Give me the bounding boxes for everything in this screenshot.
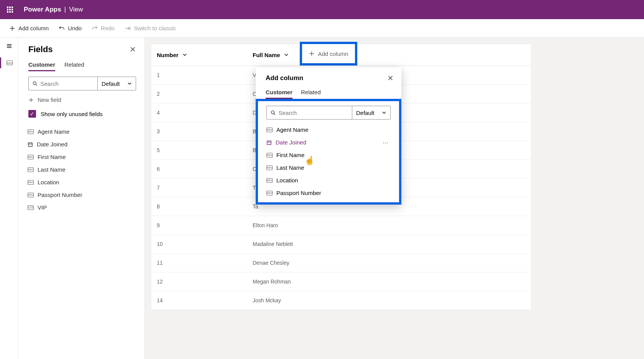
checkbox-icon[interactable]: ✓: [28, 110, 36, 118]
svg-point-0: [33, 82, 36, 85]
table-row[interactable]: 14Josh Mckay: [151, 291, 531, 310]
field-item[interactable]: AbcAgent Name: [21, 125, 141, 138]
add-column-btn-label: Add column: [318, 51, 348, 57]
text-field-icon: Abc: [28, 167, 34, 172]
hamburger-icon[interactable]: [6, 43, 12, 49]
app-divider: |: [64, 6, 66, 13]
waffle-icon[interactable]: [7, 7, 13, 13]
cell-number: 6: [151, 166, 247, 172]
field-item-label: VIP: [38, 204, 47, 211]
table-row[interactable]: 11Denae Chesley: [151, 254, 531, 272]
field-item[interactable]: AbcLast Name: [21, 163, 141, 176]
add-column-cmd[interactable]: Add column: [9, 25, 49, 31]
chevron-down-icon: [382, 110, 386, 115]
new-field-label: New field: [38, 97, 61, 103]
field-list: AbcAgent NameDate JoinedAbcFirst NameAbc…: [18, 123, 145, 216]
fields-search-row: Default: [28, 77, 136, 90]
cell-number: 1: [151, 72, 247, 78]
field-item[interactable]: Date Joined: [21, 138, 141, 151]
undo-label: Undo: [68, 25, 82, 31]
popup-field-item[interactable]: AbcPassport Number: [261, 187, 396, 199]
undo-cmd[interactable]: Undo: [59, 25, 82, 31]
close-icon[interactable]: ✕: [130, 45, 136, 54]
filter-label: Default: [102, 80, 120, 87]
chevron-down-icon: [182, 52, 187, 57]
field-item[interactable]: AbcPassport Number: [21, 189, 141, 201]
popup-search-input[interactable]: [279, 110, 348, 116]
svg-rect-3: [267, 141, 271, 144]
close-icon[interactable]: ✕: [387, 74, 394, 83]
redo-icon: [92, 25, 98, 31]
add-column-header-button[interactable]: Add column: [300, 42, 357, 66]
new-field-button[interactable]: New field: [18, 90, 145, 107]
rail-item-fields[interactable]: Abc: [0, 57, 18, 68]
table-row[interactable]: 10Madaline Neblett: [151, 235, 531, 254]
popup-filter-label: Default: [356, 110, 375, 116]
column-fullname-label: Full Name: [253, 52, 280, 58]
popup-item-label: Location: [276, 177, 298, 184]
popup-item-label: Date Joined: [276, 139, 306, 146]
field-item-label: Last Name: [38, 166, 66, 173]
popup-field-item[interactable]: AbcLast Name: [261, 161, 396, 174]
search-icon: [271, 110, 276, 115]
field-item[interactable]: AbcFirst Name: [21, 151, 141, 163]
command-bar: Add column Undo Redo Switch to classic: [0, 19, 644, 38]
show-unused-row[interactable]: ✓ Show only unused fields: [18, 107, 145, 123]
fields-search-input[interactable]: [40, 80, 94, 87]
tab-customer[interactable]: Customer: [28, 61, 55, 71]
redo-cmd[interactable]: Redo: [92, 25, 115, 31]
cell-name: Megan Rohman: [247, 279, 299, 285]
column-header-number[interactable]: Number: [151, 52, 247, 58]
table-row[interactable]: 12Megan Rohman: [151, 272, 531, 291]
switch-label: Switch to classic: [134, 25, 176, 31]
popup-field-item[interactable]: AbcFirst Name: [261, 149, 396, 161]
plus-icon: [309, 51, 315, 57]
text-field-icon: Abc: [28, 130, 34, 134]
cell-number: 3: [151, 128, 247, 134]
svg-rect-1: [28, 143, 33, 146]
cell-number: 2: [151, 91, 247, 97]
fields-title: Fields: [28, 44, 53, 54]
popup-field-item[interactable]: AbcLocation: [261, 174, 396, 187]
popup-field-list: AbcAgent NameDate Joined⋯AbcFirst NameAb…: [258, 123, 399, 199]
popup-field-item[interactable]: Date Joined⋯: [261, 136, 396, 149]
table-row[interactable]: 9Elton Haro: [151, 216, 531, 235]
cell-number: 9: [151, 222, 247, 228]
popup-item-label: Agent Name: [276, 126, 308, 133]
popup-filter-select[interactable]: Default: [352, 106, 390, 119]
text-field-icon: Abc: [266, 178, 273, 183]
view-name: View: [69, 6, 83, 13]
more-icon[interactable]: ⋯: [383, 139, 389, 146]
column-header-fullname[interactable]: Full Name: [247, 52, 299, 58]
cell-number: 7: [151, 185, 247, 191]
fields-filter-select[interactable]: Default: [97, 77, 136, 90]
cell-number: 11: [151, 260, 247, 266]
cell-number: 12: [151, 279, 247, 285]
app-header: Power Apps | View: [0, 0, 644, 19]
chevron-down-icon: [127, 81, 132, 86]
cell-number: 5: [151, 147, 247, 153]
field-item-label: Passport Number: [38, 192, 82, 198]
cell-number: 8: [151, 203, 247, 210]
chevron-down-icon: [284, 52, 289, 57]
field-item[interactable]: 123VIP: [21, 201, 141, 214]
field-item[interactable]: AbcLocation: [21, 176, 141, 189]
popup-item-label: First Name: [276, 152, 304, 158]
field-item-label: First Name: [38, 154, 66, 160]
text-field-icon: Abc: [266, 166, 273, 170]
text-field-icon: Abc: [28, 155, 34, 159]
popup-tab-related[interactable]: Related: [301, 89, 321, 99]
cell-name: Josh Mckay: [247, 297, 299, 303]
switch-classic-cmd[interactable]: Switch to classic: [125, 25, 176, 31]
svg-point-2: [271, 111, 274, 114]
popup-tab-customer[interactable]: Customer: [266, 89, 292, 99]
cell-name: Denae Chesley: [247, 260, 299, 266]
text-field-icon: Abc: [266, 191, 273, 195]
text-field-icon: Abc: [266, 128, 273, 132]
tab-related[interactable]: Related: [64, 61, 84, 71]
switch-icon: [125, 25, 131, 31]
text-field-icon: Abc: [266, 153, 273, 157]
popup-field-item[interactable]: AbcAgent Name: [261, 123, 396, 136]
plus-icon: [28, 97, 34, 103]
field-item-label: Agent Name: [38, 128, 69, 135]
